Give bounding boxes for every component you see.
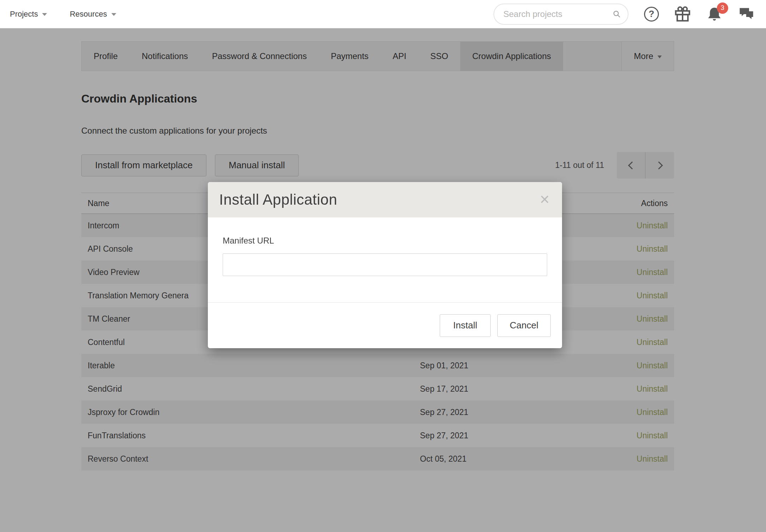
search-icon[interactable] xyxy=(613,9,621,19)
whats-new-button[interactable] xyxy=(674,6,691,22)
chevron-down-icon xyxy=(111,13,116,16)
close-icon[interactable]: ✕ xyxy=(539,193,550,206)
nav-resources-label: Resources xyxy=(70,10,107,19)
search-box xyxy=(493,4,628,25)
install-button[interactable]: Install xyxy=(440,314,491,337)
search-input[interactable] xyxy=(503,9,613,19)
navbar-right: ? 3 xyxy=(493,4,754,25)
notifications-button[interactable]: 3 xyxy=(706,6,723,22)
nav-projects-label: Projects xyxy=(10,10,38,19)
modal-body: Manifest URL xyxy=(208,217,562,302)
help-icon: ? xyxy=(644,7,659,22)
notification-badge: 3 xyxy=(717,2,728,14)
manifest-url-input[interactable] xyxy=(223,253,547,276)
cancel-button[interactable]: Cancel xyxy=(497,314,551,337)
gift-icon xyxy=(674,6,691,22)
modal-footer: Install Cancel xyxy=(208,302,562,348)
messages-button[interactable] xyxy=(738,6,754,22)
modal-title: Install Application xyxy=(219,191,337,208)
chat-icon xyxy=(738,6,754,22)
help-button[interactable]: ? xyxy=(644,7,659,22)
modal-header: Install Application ✕ xyxy=(208,182,562,217)
chevron-down-icon xyxy=(42,13,47,16)
top-navbar: Projects Resources ? xyxy=(0,0,766,28)
nav-projects-menu[interactable]: Projects xyxy=(10,10,47,19)
help-glyph: ? xyxy=(649,8,654,19)
install-application-modal: Install Application ✕ Manifest URL Insta… xyxy=(208,182,562,348)
nav-resources-menu[interactable]: Resources xyxy=(70,10,116,19)
manifest-url-label: Manifest URL xyxy=(223,236,547,246)
